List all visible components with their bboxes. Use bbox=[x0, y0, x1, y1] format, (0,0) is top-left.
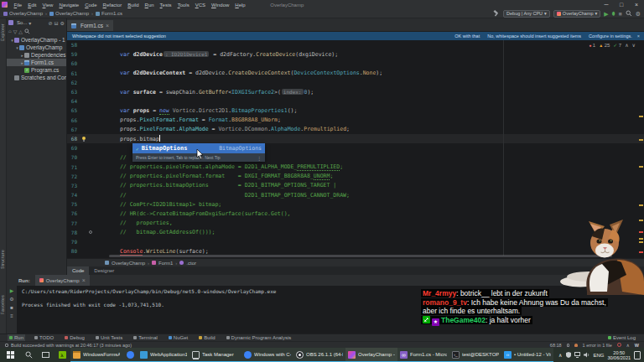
tab-code[interactable]: Code bbox=[67, 266, 89, 275]
code-line-72[interactable]: 72 // properties.pixelFormat.format = DX… bbox=[67, 172, 644, 181]
explorer-view-select[interactable]: So... bbox=[17, 20, 27, 25]
tree-item-scratches-and-consoles[interactable]: Scratches and Consoles bbox=[7, 74, 66, 81]
build-hammer-icon[interactable] bbox=[493, 10, 500, 17]
code-line-71[interactable]: 71 // properties.pixelFormat.alphaMode =… bbox=[67, 162, 644, 171]
tray-chevron-icon[interactable]: ∧ bbox=[558, 352, 562, 358]
tab-close-icon[interactable]: × bbox=[82, 277, 86, 283]
code-line-58[interactable]: 58 bbox=[67, 40, 644, 49]
wakatime-icon[interactable]: W bbox=[635, 343, 639, 348]
fold-marker-icon[interactable] bbox=[89, 230, 92, 234]
breadcrumb-item[interactable]: OverlayChamp bbox=[55, 11, 89, 16]
code-line-68[interactable]: 68 props.bitmap bbox=[67, 134, 644, 143]
filter-up-icon[interactable]: △ bbox=[18, 28, 23, 34]
tree-item-overlaychamp-1-proje[interactable]: ▾OverlayChamp - 1 proje bbox=[7, 36, 66, 44]
breadcrumb-item[interactable]: Form1.cs bbox=[101, 11, 122, 16]
settings-gear-icon[interactable]: ⚙ bbox=[636, 10, 641, 18]
status-message[interactable]: Build succeeded with warnings at 20:46:1… bbox=[5, 343, 132, 348]
sidebar-item-event-log[interactable]: Event Log bbox=[608, 335, 636, 340]
collapse-all-icon[interactable]: ⊟ bbox=[55, 20, 59, 26]
rerun-button[interactable]: ▶ bbox=[10, 288, 14, 293]
next-problem-icon[interactable]: ∨ bbox=[632, 42, 636, 48]
menu-item-code[interactable]: Code bbox=[82, 3, 100, 8]
app-blue-circle[interactable] bbox=[122, 348, 138, 362]
stop-button[interactable]: ■ bbox=[618, 10, 621, 18]
task-view-button[interactable] bbox=[37, 348, 54, 362]
tree-item-dependencies[interactable]: ▸Dependencies bbox=[7, 51, 66, 59]
breadcrumb-item[interactable]: OverlayChamp bbox=[9, 11, 43, 16]
action-center-icon[interactable] bbox=[634, 351, 641, 359]
banner-action[interactable]: No, whitespace should insert suggested i… bbox=[487, 34, 581, 39]
debug-button[interactable]: ⬮ bbox=[612, 10, 615, 18]
code-line-74[interactable]: 74 // D2D1_BITMAP_OPTIONS_CANNOT_DRAW; bbox=[67, 190, 644, 199]
language-indicator[interactable]: ENG bbox=[593, 353, 604, 358]
menu-item-file[interactable]: File bbox=[11, 3, 25, 8]
prev-problem-icon[interactable]: ∧ bbox=[625, 42, 628, 48]
app-visual-studio[interactable]: ∞Form1.cs - Micros... bbox=[397, 348, 449, 362]
warning-stripe-mark[interactable] bbox=[639, 139, 643, 141]
build-config-select[interactable]: Debug | Any CPU▾ bbox=[503, 10, 550, 18]
warning-stripe-mark[interactable] bbox=[639, 204, 643, 206]
code-line-59[interactable]: 59 var d2dDevice: ID2D1Device1 = d2dFact… bbox=[67, 49, 644, 59]
app-windowsforms[interactable]: WindowsFormsAp... bbox=[70, 348, 122, 362]
intention-bulb-icon[interactable] bbox=[82, 137, 86, 140]
chevron-down-icon[interactable]: ▾ bbox=[29, 20, 31, 26]
locate-file-icon[interactable]: ⊘ bbox=[49, 20, 53, 26]
tree-item-overlaychamp[interactable]: ▾OverlayChamp bbox=[7, 44, 66, 51]
warning-stripe-mark[interactable] bbox=[639, 116, 643, 117]
breadcrumb-item[interactable]: OverlayChamp bbox=[112, 261, 145, 266]
menu-item-navigate[interactable]: Navigate bbox=[56, 3, 82, 8]
menu-item-vcs[interactable]: VCS bbox=[192, 3, 208, 8]
run-button[interactable]: ▶ bbox=[604, 10, 608, 18]
sidebar-item-explorer[interactable]: Explorer bbox=[0, 23, 7, 41]
code-line-66[interactable]: 66 props.PixelFormat.Format = Format.B8G… bbox=[67, 116, 644, 125]
code-line-73[interactable]: 73 // properties.bitmapOptions = D2D1_BI… bbox=[67, 181, 644, 190]
menu-item-window[interactable]: Window bbox=[209, 3, 232, 8]
pinned-lambda[interactable]: λ bbox=[54, 348, 70, 362]
app-terminal[interactable]: ›_test@DESKTOP-F8... bbox=[449, 348, 501, 362]
app-webapplication[interactable]: WebApplication11... bbox=[138, 348, 190, 362]
search-icon[interactable] bbox=[24, 28, 30, 34]
start-button[interactable] bbox=[0, 348, 20, 362]
horizontal-scrollbar[interactable] bbox=[109, 255, 612, 257]
highlight-level-icon[interactable] bbox=[617, 343, 621, 347]
code-line-75[interactable]: 75 // ComPtr<ID2D1Bitmap1> bitmap; bbox=[67, 199, 644, 209]
inspections-widget[interactable]: ●1 ▲25 ✓7 ∧ ∨ bbox=[589, 42, 636, 48]
code-line-62[interactable]: 62 bbox=[67, 78, 644, 87]
code-line-60[interactable]: 60 bbox=[67, 59, 644, 68]
app-vscode[interactable]: ‹›• Untitled-12 - Vis... bbox=[501, 348, 553, 362]
banner-action[interactable]: Configure in settings. bbox=[589, 34, 632, 39]
code-line-63[interactable]: 63 var surface = swapChain.GetBuffer<IDX… bbox=[67, 87, 644, 96]
run-tab-overlaychamp[interactable]: OverlayChamp × bbox=[35, 275, 90, 286]
breadcrumb-item[interactable]: Form1 bbox=[158, 261, 173, 266]
run-settings-icon[interactable]: ⚙ bbox=[9, 297, 13, 302]
search-button[interactable] bbox=[20, 348, 37, 362]
breadcrumb-item[interactable]: .ctor bbox=[186, 261, 196, 266]
analysis-status[interactable]: 1 error in 1 file bbox=[583, 343, 612, 348]
volume-icon[interactable] bbox=[584, 352, 589, 358]
menu-item-refactor[interactable]: Refactor bbox=[100, 3, 125, 8]
menu-item-view[interactable]: View bbox=[39, 3, 56, 8]
app-task-manager[interactable]: Task Manager bbox=[190, 348, 242, 362]
display-icon[interactable] bbox=[574, 352, 580, 358]
code-line-77[interactable]: 77 // properties, bbox=[67, 219, 644, 228]
lock-icon[interactable] bbox=[567, 344, 569, 347]
more-icon[interactable]: ⋮ bbox=[257, 155, 262, 161]
run-config-select[interactable]: OverlayChamp▾ bbox=[553, 10, 600, 18]
warning-stripe-mark[interactable] bbox=[639, 166, 643, 168]
code-line-67[interactable]: 67 props.PixelFormat.AlphaMode = Vortice… bbox=[67, 125, 644, 134]
app-windows-c[interactable]: Windows with C+... bbox=[242, 348, 293, 362]
banner-close-icon[interactable]: × bbox=[637, 34, 640, 39]
filter-down-icon[interactable]: ▽ bbox=[13, 28, 18, 34]
menu-item-build[interactable]: Build bbox=[125, 3, 142, 8]
tab-designer[interactable]: Designer bbox=[89, 266, 119, 275]
maximize-button[interactable]: □ bbox=[614, 0, 629, 9]
app-rider-overlaychamp[interactable]: OverlayChamp – F... bbox=[345, 348, 397, 362]
tab-form1cs[interactable]: Form1.cs × bbox=[67, 20, 113, 31]
menu-item-run[interactable]: Run bbox=[142, 3, 157, 8]
tree-item-form1-cs[interactable]: ▸Form1.cs bbox=[7, 59, 66, 66]
tab-close-icon[interactable]: × bbox=[106, 23, 109, 28]
menu-item-tests[interactable]: Tests bbox=[157, 3, 174, 8]
console-list-icon[interactable]: ≡ bbox=[10, 313, 13, 318]
minimize-button[interactable]: ─ bbox=[599, 0, 614, 9]
tree-item-program-cs[interactable]: #Program.cs bbox=[7, 66, 66, 74]
